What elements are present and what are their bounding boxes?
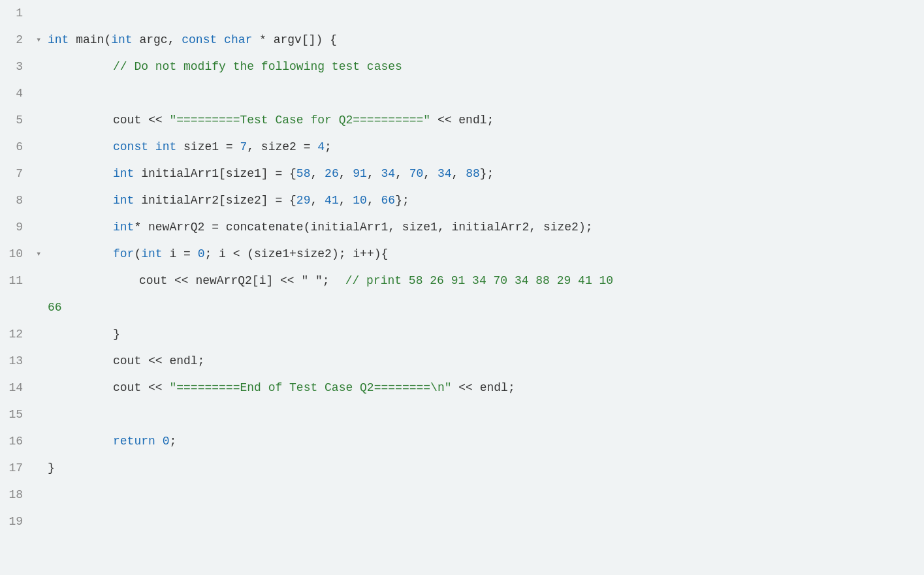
line-content-2: int main(int argc, const char * argv[]) … <box>48 27 924 54</box>
line-content-14: cout << "=========End of Test Case Q2===… <box>48 375 924 401</box>
line-content-17: } <box>48 455 924 482</box>
code-line-6: 6 const int size1 = 7, size2 = 4; <box>0 134 924 161</box>
line-content-16: return 0; <box>48 428 924 455</box>
line-content-5: cout << "=========Test Case for Q2======… <box>48 107 924 134</box>
line-number-2: 2 <box>0 27 36 54</box>
code-line-17: 17 } <box>0 455 924 482</box>
line-number-8: 8 <box>0 187 36 214</box>
code-line-8: 8 int initialArr2[size2] = {29, 41, 10, … <box>0 187 924 214</box>
line-number-3: 3 <box>0 54 36 80</box>
code-line-10: 10 ▾ for(int i = 0; i < (size1+size2); i… <box>0 241 924 268</box>
line-content-12: } <box>48 321 924 348</box>
line-content-8: int initialArr2[size2] = {29, 41, 10, 66… <box>48 187 924 214</box>
line-number-10: 10 <box>0 241 36 268</box>
code-line-7: 7 int initialArr1[size1] = {58, 26, 91, … <box>0 161 924 187</box>
line-content-3: // Do not modify the following test case… <box>48 54 924 80</box>
line-content-7: int initialArr1[size1] = {58, 26, 91, 34… <box>48 161 924 187</box>
line-number-15: 15 <box>0 401 36 428</box>
code-line-13: 13 cout << endl; <box>0 348 924 375</box>
code-line-12: 12 } <box>0 321 924 348</box>
line-number-12: 12 <box>0 321 36 348</box>
code-line-14: 14 cout << "=========End of Test Case Q2… <box>0 375 924 401</box>
code-line-19: 19 <box>0 508 924 535</box>
code-line-16: 16 return 0; <box>0 428 924 455</box>
code-line-9: 9 int* newArrQ2 = concatenate(initialArr… <box>0 214 924 241</box>
line-number-17: 17 <box>0 455 36 482</box>
line-content-11: cout << newArrQ2[i] << " ";// print 58 2… <box>48 268 924 294</box>
code-line-3: 3 // Do not modify the following test ca… <box>0 54 924 80</box>
line-content-13: cout << endl; <box>48 348 924 375</box>
code-line-5: 5 cout << "=========Test Case for Q2====… <box>0 107 924 134</box>
line-number-11: 11 <box>0 268 36 294</box>
code-line-1: 1 <box>0 0 924 27</box>
code-line-4: 4 <box>0 80 924 107</box>
wrapped-comment: 66 <box>48 301 62 314</box>
line-number-1: 1 <box>0 0 36 27</box>
line-number-13: 13 <box>0 348 36 375</box>
code-line-11: 11 cout << newArrQ2[i] << " ";// print 5… <box>0 268 924 321</box>
line-number-4: 4 <box>0 80 36 107</box>
line-number-6: 6 <box>0 134 36 161</box>
line-number-14: 14 <box>0 375 36 401</box>
line-content-10: for(int i = 0; i < (size1+size2); i++){ <box>48 241 924 268</box>
line-number-16: 16 <box>0 428 36 455</box>
line-content-6: const int size1 = 7, size2 = 4; <box>48 134 924 161</box>
line-number-7: 7 <box>0 161 36 187</box>
line-number-19: 19 <box>0 508 36 535</box>
line-content-9: int* newArrQ2 = concatenate(initialArr1,… <box>48 214 924 241</box>
code-line-2: 2 ▾ int main(int argc, const char * argv… <box>0 27 924 54</box>
code-line-15: 15 <box>0 401 924 428</box>
line-number-9: 9 <box>0 214 36 241</box>
code-line-18: 18 <box>0 482 924 508</box>
fold-arrow-10[interactable]: ▾ <box>36 241 48 268</box>
code-editor: 1 2 ▾ int main(int argc, const char * ar… <box>0 0 924 575</box>
fold-arrow-2[interactable]: ▾ <box>36 27 48 54</box>
line-number-5: 5 <box>0 107 36 134</box>
line-number-18: 18 <box>0 482 36 508</box>
